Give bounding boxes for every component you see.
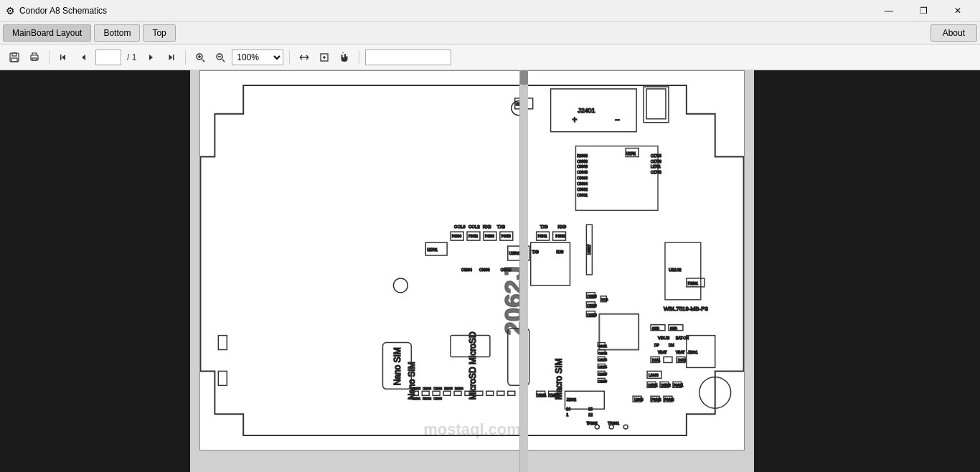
separator-3 — [289, 50, 290, 65]
svg-rect-2 — [11, 58, 17, 62]
svg-text:J2401: J2401 — [578, 107, 595, 114]
svg-text:Nano SIM: Nano SIM — [392, 347, 402, 385]
svg-text:D3527: D3527 — [587, 244, 591, 255]
bottom-button[interactable]: Bottom — [94, 24, 140, 42]
svg-text:R2301: R2301 — [412, 397, 420, 400]
svg-text:R2305: R2305 — [444, 387, 453, 390]
svg-text:C1746: C1746 — [651, 159, 661, 164]
center-panel[interactable]: J2401 + − U2305 R0803 C0830 — [190, 70, 754, 472]
svg-rect-104 — [422, 391, 429, 395]
svg-text:VBUS: VBUS — [658, 336, 669, 340]
svg-text:C1748: C1748 — [651, 170, 661, 174]
svg-text:F2101: F2101 — [688, 281, 698, 285]
svg-rect-110 — [486, 391, 494, 395]
svg-text:COL0: COL0 — [454, 225, 466, 229]
svg-rect-17 — [575, 146, 658, 211]
svg-rect-105 — [433, 391, 440, 395]
close-button[interactable]: ✕ — [941, 0, 974, 22]
zoom-in-icon[interactable] — [192, 49, 209, 66]
fit-page-icon[interactable] — [316, 49, 333, 66]
svg-text:C0306: C0306 — [598, 379, 607, 383]
about-button[interactable]: About — [930, 24, 977, 42]
svg-rect-106 — [443, 391, 451, 395]
svg-text:P6083: P6083 — [556, 235, 565, 238]
svg-rect-16 — [646, 89, 666, 119]
svg-text:P6084: P6084 — [452, 235, 461, 238]
svg-text:U2701: U2701 — [427, 247, 438, 252]
svg-rect-15 — [644, 87, 669, 123]
first-page-icon[interactable] — [55, 49, 72, 66]
save-icon[interactable] — [6, 49, 23, 66]
print-icon[interactable] — [26, 49, 43, 66]
svg-text:P0A02: P0A02 — [651, 398, 661, 402]
svg-text:J2901: J2901 — [688, 350, 698, 354]
restore-button[interactable]: ❐ — [907, 0, 940, 22]
svg-text:BAT-ON: BAT-ON — [676, 336, 689, 340]
svg-text:P0A01: P0A01 — [674, 384, 684, 387]
main-content: J2401 + − U2305 R0803 C0830 — [0, 70, 980, 472]
svg-text:R2303: R2303 — [455, 387, 463, 390]
svg-text:P6086: P6086 — [485, 235, 494, 238]
svg-text:C0848: C0848 — [577, 170, 588, 174]
svg-text:TX3: TX3 — [497, 225, 506, 229]
svg-text:C0606: C0606 — [577, 176, 588, 180]
svg-text:P6081: P6081 — [538, 235, 547, 238]
svg-rect-4 — [32, 58, 37, 60]
svg-text:−: − — [615, 115, 620, 125]
svg-text:B902: B902 — [601, 298, 608, 301]
next-page-icon[interactable] — [142, 49, 159, 66]
hand-tool-icon[interactable] — [336, 49, 353, 66]
top-button[interactable]: Top — [143, 24, 175, 42]
svg-text:C0801: C0801 — [577, 193, 588, 197]
svg-text:C2305: C2305 — [412, 387, 420, 390]
minimize-button[interactable]: — — [872, 0, 905, 22]
scroll-thumb[interactable] — [520, 70, 528, 85]
svg-text:VBAT: VBAT — [676, 350, 685, 354]
prev-page-icon[interactable] — [75, 49, 93, 66]
svg-text:RX0: RX0 — [557, 250, 564, 254]
svg-text:R2302: R2302 — [423, 397, 431, 400]
svg-text:L3006: L3006 — [634, 398, 644, 402]
svg-text:D0A1: D0A1 — [652, 359, 661, 362]
svg-text:COL2: COL2 — [468, 225, 480, 229]
svg-rect-107 — [454, 391, 461, 395]
svg-text:C0830: C0830 — [577, 159, 588, 164]
svg-text:MicroSD MicroSD: MicroSD MicroSD — [468, 331, 478, 400]
zoom-select[interactable]: 50% 75% 100% 125% 150% 200% — [232, 49, 283, 65]
svg-text:C0B02: C0B02 — [661, 384, 671, 387]
search-input[interactable] — [365, 49, 451, 65]
svg-text:GND: GND — [670, 327, 678, 331]
page-number-input[interactable]: 1 — [95, 49, 121, 65]
svg-text:L2701: L2701 — [651, 164, 661, 169]
svg-text:D0A3: D0A3 — [678, 359, 687, 362]
last-page-icon[interactable] — [162, 49, 179, 66]
separator-1 — [49, 50, 50, 65]
zoom-out-icon[interactable] — [212, 49, 229, 66]
mainboard-layout-button[interactable]: MainBoard Layout — [3, 24, 91, 42]
svg-point-151 — [623, 425, 628, 429]
separator-2 — [185, 50, 186, 65]
svg-text:C0301: C0301 — [598, 344, 607, 348]
vertical-scrollbar[interactable] — [519, 70, 528, 472]
svg-text:U2761: U2761 — [626, 152, 636, 156]
svg-text:U2501: U2501 — [509, 251, 520, 255]
svg-point-135 — [393, 278, 407, 293]
svg-text:V2903: V2903 — [550, 394, 559, 397]
svg-text:C0B01: C0B01 — [648, 384, 658, 387]
svg-text:U2102: U2102 — [669, 268, 682, 272]
toolbar: 1 / 1 50% 75% 100% 125% 150% 200% — [0, 44, 980, 70]
menu-left: MainBoard Layout Bottom Top — [3, 24, 176, 42]
svg-text:24: 24 — [567, 407, 571, 411]
svg-text:WBL7519-MB-P3: WBL7519-MB-P3 — [664, 306, 708, 312]
svg-text:TX0: TX0 — [540, 225, 549, 229]
svg-text:DM: DM — [669, 343, 674, 347]
svg-text:1: 1 — [567, 412, 569, 417]
svg-rect-136 — [218, 336, 227, 350]
svg-text:+: + — [572, 115, 577, 125]
svg-text:TP2001: TP2001 — [608, 422, 619, 425]
fit-width-icon[interactable] — [296, 49, 313, 66]
svg-rect-112 — [508, 391, 515, 395]
page-total: / 1 — [124, 52, 139, 62]
window-controls: — ❐ ✕ — [872, 0, 974, 22]
svg-text:V2901: V2901 — [537, 394, 547, 397]
